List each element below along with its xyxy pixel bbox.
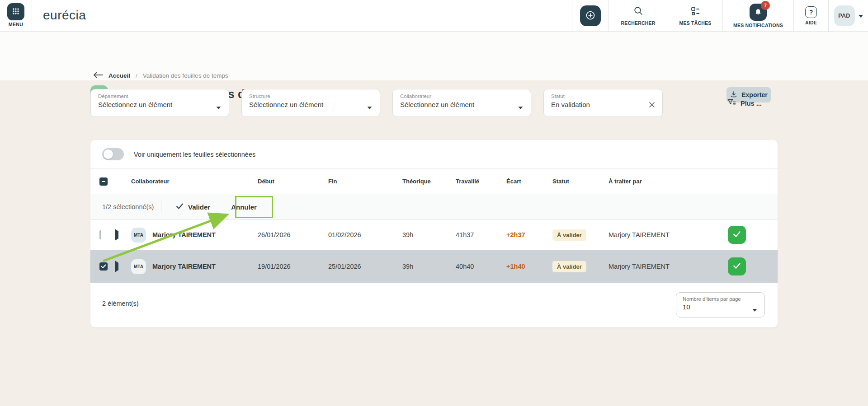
column-collaborateur[interactable]: Collaborateur: [127, 178, 258, 185]
tasks-icon: [690, 6, 701, 19]
avatar[interactable]: PAD: [834, 5, 855, 26]
column-ecart[interactable]: Écart: [506, 178, 552, 185]
toggle-knob: [104, 149, 113, 159]
menu-button[interactable]: [7, 3, 24, 20]
clear-filter-icon[interactable]: [648, 101, 656, 110]
filter-structure-value: Sélectionnez un élément: [249, 101, 373, 108]
nav-search[interactable]: RECHERCHER: [608, 0, 668, 32]
export-button-label: Exporter: [741, 91, 768, 98]
cell-theoretical: 39h: [402, 263, 456, 270]
approve-row-button[interactable]: [728, 226, 746, 244]
topbar-nav: RECHERCHER MES TÂCHES: [572, 0, 868, 32]
chevron-down-icon[interactable]: [216, 103, 221, 112]
help-icon: ?: [805, 6, 817, 18]
status-badge: À valider: [552, 261, 586, 272]
filter-statut-label: Statut: [551, 93, 655, 99]
chevron-down-icon[interactable]: [752, 306, 757, 314]
cell-worked: 41h37: [456, 231, 506, 238]
chevron-down-icon[interactable]: [518, 103, 523, 112]
check-icon: [733, 231, 741, 239]
column-travaille[interactable]: Travaillé: [456, 178, 506, 185]
quick-add-button[interactable]: [580, 5, 601, 26]
cancel-button-label: Annuler: [231, 203, 257, 211]
table-row[interactable]: MTA Marjory TAIREMENT 26/01/2026 01/02/2…: [90, 220, 778, 250]
back-arrow-icon[interactable]: [93, 71, 103, 80]
items-per-page-label: Nombre d'items par page: [683, 296, 758, 302]
breadcrumb-home[interactable]: Accueil: [108, 72, 130, 79]
cell-worked: 40h40: [456, 263, 506, 270]
main-menu[interactable]: MENU: [0, 0, 32, 32]
more-filters-label: Plus ...: [741, 100, 762, 107]
quick-add-section: [572, 0, 608, 32]
topbar: MENU eurécia RECHERCHER: [0, 0, 868, 32]
column-statut[interactable]: Statut: [552, 178, 609, 185]
cancel-button[interactable]: Annuler: [231, 203, 257, 211]
nav-tasks[interactable]: MES TÂCHES: [668, 0, 722, 32]
expand-row-icon[interactable]: [115, 229, 118, 241]
table-footer: 2 élément(s) Nombre d'items par page 10: [90, 283, 778, 327]
chevron-down-icon[interactable]: [367, 103, 372, 112]
table-row[interactable]: MTA Marjory TAIREMENT 19/01/2026 25/01/2…: [90, 250, 778, 283]
expand-row-icon[interactable]: [115, 261, 118, 272]
check-icon: [176, 203, 184, 211]
toggle-row: Voir uniquement les feuilles sélectionné…: [90, 140, 778, 169]
filter-departement[interactable]: Département Sélectionnez un élément: [90, 89, 229, 117]
filter-structure[interactable]: Structure Sélectionnez un élément: [241, 89, 380, 117]
breadcrumb-current: Validation des feuilles de temps: [143, 72, 228, 79]
column-a-traiter-par[interactable]: À traiter par: [609, 178, 705, 185]
table-header-row: Collaborateur Début Fin Théorique Travai…: [90, 169, 778, 194]
plus-circle-icon: [585, 10, 596, 22]
validate-button[interactable]: Valider: [176, 203, 210, 211]
check-icon: [733, 262, 741, 271]
filter-collaborateur[interactable]: Collaborateur Sélectionnez un élément: [392, 89, 531, 117]
cell-end-date: 01/02/2026: [328, 231, 402, 238]
grid-menu-icon: [11, 7, 20, 17]
column-fin[interactable]: Fin: [328, 178, 402, 185]
more-filters-button[interactable]: Plus ...: [727, 98, 762, 109]
filter-departement-value: Sélectionnez un élément: [98, 101, 222, 108]
column-debut[interactable]: Début: [258, 178, 328, 185]
cell-handler: Marjory TAIREMENT: [609, 231, 705, 238]
toggle-label: Voir uniquement les feuilles sélectionné…: [134, 151, 255, 158]
approve-row-button[interactable]: [728, 257, 746, 275]
breadcrumb: Accueil / Validation des feuilles de tem…: [93, 71, 228, 80]
nav-help-label: AIDE: [805, 20, 817, 25]
nav-notifications[interactable]: 7 MES NOTIFICATIONS: [722, 0, 793, 32]
items-per-page-select[interactable]: Nombre d'items par page 10: [676, 292, 765, 317]
timesheets-table-card: Voir uniquement les feuilles sélectionné…: [90, 140, 778, 327]
nav-search-label: RECHERCHER: [621, 20, 655, 26]
search-icon: [633, 6, 644, 19]
row-checkbox[interactable]: [99, 262, 108, 271]
items-count: 2 élément(s): [102, 300, 139, 307]
user-menu[interactable]: PAD: [828, 0, 868, 32]
filter-statut[interactable]: Statut En validation: [543, 89, 663, 117]
avatar: MTA: [131, 228, 146, 243]
selection-toolbar: 1/2 sélectionné(s) Valider Annuler: [90, 194, 778, 220]
nav-help[interactable]: ? AIDE: [793, 0, 828, 32]
filter-structure-label: Structure: [249, 93, 373, 99]
validate-button-label: Valider: [188, 203, 210, 211]
cell-theoretical: 39h: [402, 231, 456, 238]
avatar: MTA: [131, 259, 146, 274]
eurecia-logo[interactable]: eurécia: [43, 0, 86, 32]
show-selected-toggle[interactable]: [102, 148, 124, 160]
breadcrumb-separator: /: [136, 72, 137, 79]
filter-collaborateur-label: Collaborateur: [400, 93, 524, 99]
row-checkbox[interactable]: [99, 230, 101, 239]
column-theorique[interactable]: Théorique: [402, 178, 456, 185]
select-all-checkbox[interactable]: [99, 177, 108, 186]
filter-funnel-icon: [727, 98, 736, 109]
page-header-band: Accueil / Validation des feuilles de tem…: [0, 32, 868, 80]
filter-statut-value: En validation: [551, 101, 655, 108]
divider: [161, 201, 161, 213]
cell-handler: Marjory TAIREMENT: [609, 263, 705, 270]
chevron-down-icon: [859, 12, 863, 20]
filter-collaborateur-value: Sélectionnez un élément: [400, 101, 524, 108]
nav-notifications-label: MES NOTIFICATIONS: [733, 23, 783, 28]
nav-tasks-label: MES TÂCHES: [679, 20, 712, 26]
cell-start-date: 26/01/2026: [258, 231, 328, 238]
employee-name: Marjory TAIREMENT: [152, 231, 216, 238]
menu-label: MENU: [0, 22, 32, 27]
cell-start-date: 19/01/2026: [258, 263, 328, 270]
cell-gap: +2h37: [506, 231, 552, 238]
